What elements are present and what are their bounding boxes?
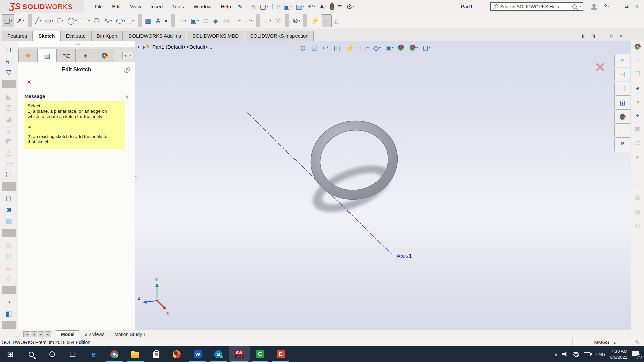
open-button[interactable]: ❒▾ — [270, 1, 281, 12]
cortana-button[interactable] — [42, 346, 62, 362]
circle-button[interactable]: ◯▾ — [65, 14, 79, 27]
menu-item[interactable]: File — [90, 2, 107, 11]
convert-entities-button[interactable]: ▣▾ — [189, 14, 201, 27]
tab-dimxpert[interactable]: DimXpert — [91, 31, 123, 41]
polygon-button[interactable]: ⎔ — [92, 14, 102, 27]
intersection-curve-button[interactable]: ⊏ — [201, 14, 211, 27]
mold-toolbar-button-17[interactable]: ⌓ — [2, 263, 16, 272]
pin-menu-icon[interactable]: ✒ — [237, 3, 243, 10]
confirmation-corner-cancel-icon[interactable]: × — [595, 58, 605, 76]
mold-toolbar-button-14[interactable]: ▦ — [2, 217, 16, 225]
3d-views-tab[interactable]: 3D Views — [79, 330, 109, 338]
new-document-button[interactable]: ▢▾ — [258, 1, 270, 12]
mirror-entities-button[interactable]: ⋈ — [221, 14, 232, 27]
displaymanager-tab[interactable]: ● — [95, 49, 114, 62]
menu-item[interactable]: View — [125, 2, 146, 11]
view-orientation-button[interactable]: ◇▾ — [371, 42, 383, 53]
line-button[interactable]: ╱▾ — [33, 14, 43, 27]
mold-toolbar-button-9[interactable]: ◳ — [2, 148, 16, 157]
configurationmanager-tab[interactable]: ⌥ — [57, 49, 76, 62]
mold-toolbar-button-8[interactable]: ◩ — [2, 137, 16, 145]
close-button[interactable]: × — [632, 2, 642, 12]
mold-toolbar-button-11[interactable]: ⛶ — [2, 171, 16, 179]
point-button[interactable]: ▪ — [163, 14, 170, 27]
ellipse-button[interactable]: ◯▾ — [114, 14, 127, 27]
tab-features[interactable]: Features — [2, 31, 33, 41]
tab-solidworks-inspection[interactable]: SOLIDWORKS Inspection — [245, 31, 314, 41]
mold-toolbar-button-16[interactable]: ◍ — [2, 252, 16, 260]
viewport-canvas[interactable]: Axis1 Y X Z — [135, 41, 631, 330]
linear-sketch-pattern-button[interactable]: ∷▾ — [232, 14, 243, 27]
select-button[interactable]: ➤▾ — [317, 1, 328, 12]
tab-scroll-right-button[interactable]: ▸ — [128, 52, 133, 59]
camtasia-recorder-button[interactable]: C — [270, 346, 291, 362]
sphere-button-1[interactable]: ● — [632, 152, 643, 161]
battery-icon[interactable] — [584, 352, 591, 356]
axis1-label[interactable]: Axis1 — [396, 252, 412, 259]
mold-toolbar-button-12[interactable]: ◻ — [2, 194, 16, 203]
tab-solidworks-mbd[interactable]: SOLIDWORKS MBD — [187, 31, 244, 41]
speaker-icon[interactable] — [562, 352, 568, 357]
hide-show-items-button[interactable]: ◉▾ — [383, 42, 395, 53]
smart-dimension-button[interactable]: ↗▾ — [14, 14, 26, 27]
section-view-button[interactable]: ◫ — [332, 42, 343, 53]
repair-sketch-button[interactable]: ⚒ — [273, 14, 284, 27]
skype-button[interactable]: S — [208, 346, 229, 362]
mold-toolbar-button-19[interactable]: ◔ — [2, 298, 16, 306]
help-icon[interactable]: ? — [124, 67, 130, 73]
model-tab[interactable]: Model — [56, 330, 79, 338]
feature-tree-flyout[interactable]: ▸ ❖ ➤ Part1 (Default<<Default>... — [138, 43, 212, 50]
doc-restore-button[interactable]: ⧉ — [607, 33, 616, 39]
clock[interactable]: 7:30 AM 8/6/2021 — [610, 348, 627, 360]
task-view-button[interactable]: ❏ — [62, 346, 83, 362]
edit-scene-button[interactable]: ◕ — [632, 83, 643, 92]
menu-item[interactable]: Edit — [107, 2, 125, 11]
mold-toolbar-button-4[interactable]: ◣ — [2, 92, 16, 100]
apply-scene-button[interactable]: ●▾ — [408, 42, 420, 53]
search-icon[interactable] — [572, 4, 577, 9]
mold-toolbar-button-5[interactable]: ◰ — [2, 103, 16, 112]
menu-item[interactable]: Tools — [168, 2, 189, 11]
sphere-settings-button[interactable]: ⚙ — [632, 193, 643, 202]
firefox-button[interactable] — [166, 346, 187, 362]
taskpane-home-tab[interactable]: ⌂ — [614, 54, 630, 67]
wifi-icon[interactable] — [573, 352, 579, 357]
pane-left-button[interactable]: ◧ — [579, 33, 588, 39]
unit-system-selector[interactable]: MMGS ▴ — [580, 338, 630, 346]
custom-properties-tab[interactable]: ▤ — [614, 124, 630, 138]
part-tree-label[interactable]: Part1 (Default<<Default>... — [152, 44, 212, 50]
tab-scroll-left-button[interactable]: ◂ — [122, 52, 127, 59]
copy-appearance-button[interactable]: ◔ — [632, 56, 643, 65]
edit-appearance-button[interactable]: ● — [396, 42, 407, 53]
file-properties-button[interactable]: ≡ — [336, 1, 344, 12]
action-center-button[interactable]: 2 — [632, 351, 641, 358]
sketch-pattern-button[interactable]: ▦ — [143, 14, 154, 27]
spline-button[interactable]: ∿▾ — [102, 14, 114, 27]
language-indicator[interactable]: ENG — [595, 352, 605, 357]
cancel-button[interactable]: × — [26, 78, 31, 86]
mold-toolbar-button-18[interactable]: ◊ — [2, 274, 16, 283]
last-tab-button[interactable]: ▸| — [45, 331, 51, 337]
menu-item[interactable]: Help — [216, 2, 236, 11]
mold-toolbar-button-20[interactable]: ◧ — [2, 309, 16, 318]
zoom-to-fit-button[interactable]: ⊕ — [298, 42, 309, 53]
file-explorer-button[interactable] — [125, 346, 146, 362]
mold-toolbar-button-15[interactable]: ◎ — [2, 241, 16, 249]
sphere-button-2[interactable]: ◌ — [632, 166, 643, 175]
previous-view-button[interactable]: ↩ — [320, 42, 331, 53]
doc-minimize-button[interactable]: – — [599, 33, 607, 39]
panel-grip[interactable] — [18, 41, 135, 48]
mold-toolbar-button-2[interactable]: ◱ — [2, 57, 16, 65]
doc-close-button[interactable]: × — [616, 33, 625, 39]
sketch-fillet-button[interactable]: ◞▾ — [127, 14, 136, 27]
file-explorer-tab[interactable]: ❒ — [614, 82, 630, 96]
help-button[interactable]: ?▾ — [601, 2, 612, 12]
display-relations-button[interactable]: ⊥▾ — [261, 14, 273, 27]
store-button[interactable] — [146, 346, 166, 362]
user-account-button[interactable] — [588, 2, 601, 12]
home-button[interactable]: ⌂ — [250, 1, 258, 12]
move-entities-button[interactable]: ⇄▾ — [243, 14, 255, 27]
tab-solidworks-add-ins[interactable]: SOLIDWORKS Add-Ins — [123, 31, 186, 41]
mold-toolbar-button-1[interactable]: ⊔ — [2, 46, 16, 54]
view-palette-tab[interactable]: ⊞ — [614, 96, 630, 110]
